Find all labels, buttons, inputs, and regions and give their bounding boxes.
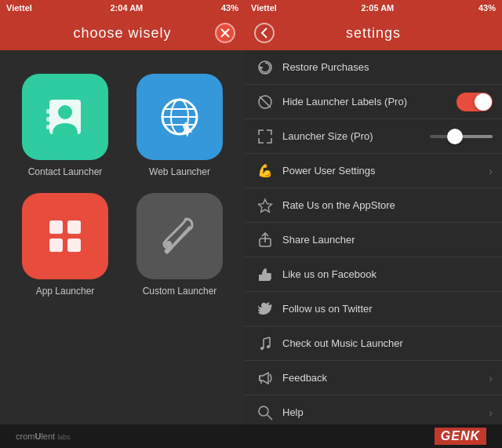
contact-launcher-icon	[22, 74, 108, 160]
launcher-size-icon	[254, 126, 276, 148]
feedback-icon	[254, 367, 276, 389]
hide-labels-item[interactable]: Hide Launcher Labels (Pro)	[245, 85, 502, 119]
svg-rect-6	[46, 125, 51, 129]
contact-launcher-label: Contact Launcher	[28, 166, 103, 177]
settings-panel: Restore Purchases Hide Launcher Labels (…	[245, 50, 502, 448]
like-facebook-item[interactable]: Like us on Facebook	[245, 257, 502, 292]
svg-rect-4	[46, 109, 51, 114]
left-status-bar: Viettel 2:04 AM 43%	[0, 0, 245, 16]
cromulent-text: cromUlent	[16, 432, 55, 441]
back-icon	[260, 27, 268, 38]
launcher-size-label: Launcher Size (Pro)	[282, 130, 430, 142]
hide-svg	[257, 94, 273, 110]
restore-svg	[257, 60, 273, 75]
power-user-item[interactable]: 💪 Power User Settings ›	[245, 154, 502, 188]
restore-icon	[254, 56, 276, 78]
contact-icon-svg	[42, 93, 89, 140]
music-svg	[257, 336, 273, 351]
feedback-item[interactable]: Feedback ›	[245, 361, 502, 395]
twitter-svg	[257, 301, 273, 317]
launcher-grid: Contact Launcher Web Launcher	[16, 74, 229, 297]
web-icon-svg	[156, 93, 203, 140]
help-chevron: ›	[489, 406, 493, 419]
svg-line-34	[267, 415, 272, 420]
genk-logo: GENK	[435, 428, 486, 445]
feedback-chevron: ›	[489, 372, 493, 384]
restore-purchases-item[interactable]: Restore Purchases	[245, 50, 502, 85]
music-launcher-item[interactable]: Check out Music Launcher	[245, 326, 502, 361]
power-user-label: Power User Settings	[282, 165, 489, 177]
back-button[interactable]	[254, 23, 275, 43]
share-launcher-label: Share Launcher	[282, 234, 493, 246]
custom-launcher-label: Custom Launcher	[143, 286, 217, 297]
restore-label: Restore Purchases	[282, 61, 493, 73]
share-svg	[257, 232, 273, 248]
power-user-icon: 💪	[254, 160, 276, 182]
svg-line-18	[172, 227, 191, 247]
svg-point-33	[259, 406, 268, 416]
slider-thumb[interactable]	[447, 129, 463, 144]
right-battery: 43%	[478, 3, 496, 13]
left-battery: 43%	[221, 3, 238, 13]
megaphone-svg	[257, 370, 273, 386]
hide-labels-label: Hide Launcher Labels (Pro)	[282, 96, 457, 107]
launcher-size-item[interactable]: Launcher Size (Pro)	[245, 119, 502, 154]
right-status-bar: Viettel 2:05 AM 43%	[245, 0, 502, 16]
feedback-label: Feedback	[282, 372, 489, 384]
help-label: Help	[282, 406, 489, 418]
left-time: 2:04 AM	[111, 3, 144, 13]
web-launcher-label: Web Launcher	[149, 166, 210, 177]
custom-launcher-item[interactable]: Custom Launcher	[130, 193, 229, 297]
custom-icon-svg	[156, 213, 203, 260]
music-launcher-label: Check out Music Launcher	[282, 337, 493, 349]
like-facebook-label: Like us on Facebook	[282, 268, 493, 280]
footer-brand: cromUlent labs	[16, 432, 71, 441]
svg-rect-13	[49, 220, 63, 234]
app-launcher-label: App Launcher	[36, 286, 95, 297]
close-button[interactable]	[215, 23, 235, 43]
right-header: settings	[245, 16, 502, 50]
svg-line-29	[264, 337, 270, 339]
svg-marker-24	[259, 199, 272, 212]
svg-rect-15	[49, 239, 63, 252]
app-launcher-icon	[22, 193, 108, 279]
toggle-knob	[475, 93, 492, 111]
app-launcher-item[interactable]: App Launcher	[16, 193, 115, 297]
left-header: choose wisely	[0, 16, 245, 50]
close-icon	[220, 28, 230, 38]
hide-labels-icon	[254, 91, 276, 113]
left-carrier: Viettel	[6, 3, 32, 13]
size-svg	[257, 129, 273, 144]
like-facebook-icon	[254, 264, 276, 286]
right-carrier: Viettel	[251, 3, 277, 13]
rate-us-item[interactable]: Rate Us on the AppStore	[245, 188, 502, 223]
custom-launcher-icon	[136, 193, 223, 279]
thumbsup-svg	[257, 267, 273, 282]
rate-us-label: Rate Us on the AppStore	[282, 199, 493, 211]
launcher-size-slider[interactable]	[430, 135, 493, 138]
follow-twitter-item[interactable]: Follow us on Twitter	[245, 292, 502, 326]
svg-line-23	[260, 97, 271, 107]
bottom-bar: cromUlent labs GENK	[0, 424, 502, 448]
footer-subtext: labs	[57, 433, 71, 441]
genk-watermark: GENK	[435, 428, 486, 445]
star-svg	[257, 198, 273, 213]
search-svg	[257, 405, 273, 421]
web-launcher-item[interactable]: Web Launcher	[130, 74, 229, 177]
svg-rect-14	[67, 220, 81, 234]
follow-twitter-label: Follow us on Twitter	[282, 303, 493, 315]
svg-rect-5	[46, 117, 51, 122]
contact-launcher-item[interactable]: Contact Launcher	[16, 74, 115, 177]
power-user-chevron: ›	[489, 165, 493, 177]
rate-us-icon	[254, 195, 276, 217]
svg-marker-21	[259, 66, 264, 69]
hide-labels-toggle[interactable]	[457, 93, 493, 111]
app-icon-svg	[42, 213, 89, 260]
svg-point-3	[58, 105, 72, 119]
left-panel: Contact Launcher Web Launcher	[0, 50, 245, 448]
right-header-title: settings	[346, 25, 401, 42]
help-icon	[254, 402, 276, 424]
share-launcher-item[interactable]: Share Launcher	[245, 223, 502, 257]
web-launcher-icon	[136, 74, 223, 160]
follow-twitter-icon	[254, 298, 276, 320]
